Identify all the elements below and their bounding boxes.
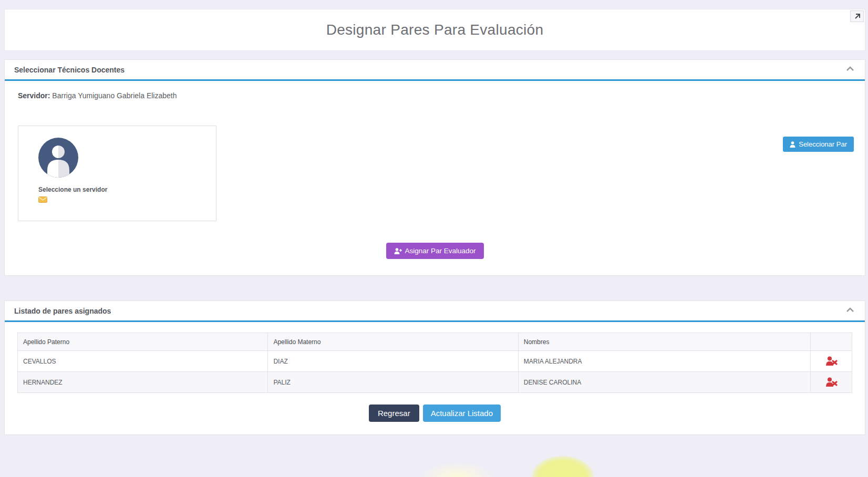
- card-caption: Seleccione un servidor: [38, 186, 216, 193]
- asignar-par-label: Asignar Par Evaluador: [405, 247, 476, 255]
- panel-seleccionar-body: Servidor: Barriga Yumiguano Gabriela Eli…: [5, 81, 865, 274]
- cell-apellido-materno: DIAZ: [268, 351, 518, 372]
- person-icon: [790, 141, 795, 148]
- column-header-nombres: Nombres: [518, 333, 810, 351]
- panel-seleccionar-tecnicos: Seleccionar Técnicos Docentes Servidor: …: [4, 59, 865, 276]
- user-times-icon: [825, 356, 838, 366]
- collapse-chevron-up-icon[interactable]: [846, 307, 854, 313]
- remove-pair-button[interactable]: [824, 376, 839, 388]
- decorative-blob-yellow: [532, 456, 594, 477]
- panel-listado-pares: Listado de pares asignados Apellido Pate…: [4, 300, 865, 435]
- servidor-label: Servidor:: [18, 91, 50, 100]
- asignar-par-evaluador-button[interactable]: Asignar Par Evaluador: [386, 243, 483, 259]
- table-row: HERNANDEZ PALIZ DENISE CAROLINA: [18, 372, 852, 393]
- person-plus-icon: [394, 248, 401, 254]
- table-row: CEVALLOS DIAZ MARIA ALEJANDRA: [18, 351, 852, 372]
- servant-placeholder-card: Seleccione un servidor: [18, 126, 216, 221]
- column-header-apellido-materno: Apellido Materno: [268, 333, 518, 351]
- user-times-icon: [825, 377, 838, 387]
- cell-nombres: MARIA ALEJANDRA: [518, 351, 810, 372]
- page-title: Designar Pares Para Evaluación: [326, 22, 544, 38]
- cell-apellido-materno: PALIZ: [268, 372, 518, 393]
- panel-listado-title: Listado de pares asignados: [14, 307, 111, 315]
- expand-window-button[interactable]: [850, 11, 864, 22]
- cell-apellido-paterno: CEVALLOS: [18, 351, 268, 372]
- collapse-chevron-up-icon[interactable]: [846, 66, 854, 71]
- panel-seleccionar-header: Seleccionar Técnicos Docentes: [5, 60, 865, 81]
- servidor-line: Servidor: Barriga Yumiguano Gabriela Eli…: [18, 91, 177, 100]
- decorative-blob-faint: [420, 462, 494, 477]
- regresar-button[interactable]: Regresar: [369, 405, 419, 422]
- remove-pair-button[interactable]: [824, 355, 839, 367]
- column-header-actions: [810, 333, 852, 351]
- person-silhouette-icon: [38, 138, 78, 178]
- cell-nombres: DENISE CAROLINA: [518, 372, 810, 393]
- panel-listado-body: Apellido Paterno Apellido Materno Nombre…: [5, 333, 865, 443]
- panel-listado-header: Listado de pares asignados: [5, 301, 865, 322]
- pairs-table: Apellido Paterno Apellido Materno Nombre…: [17, 333, 852, 393]
- page-header: Designar Pares Para Evaluación: [4, 9, 865, 51]
- panel-seleccionar-title: Seleccionar Técnicos Docentes: [14, 66, 125, 74]
- expand-arrow-icon: [854, 14, 860, 19]
- seleccionar-par-label: Seleccionar Par: [799, 140, 847, 148]
- actualizar-listado-button[interactable]: Actualizar Listado: [423, 405, 501, 422]
- seleccionar-par-button[interactable]: Seleccionar Par: [783, 137, 854, 152]
- list-actions: Regresar Actualizar Listado: [5, 405, 865, 422]
- table-header-row: Apellido Paterno Apellido Materno Nombre…: [18, 333, 852, 351]
- cell-apellido-paterno: HERNANDEZ: [18, 372, 268, 393]
- avatar: [38, 138, 78, 178]
- servidor-value: Barriga Yumiguano Gabriela Elizabeth: [52, 91, 177, 100]
- envelope-icon: [38, 196, 216, 203]
- column-header-apellido-paterno: Apellido Paterno: [18, 333, 268, 351]
